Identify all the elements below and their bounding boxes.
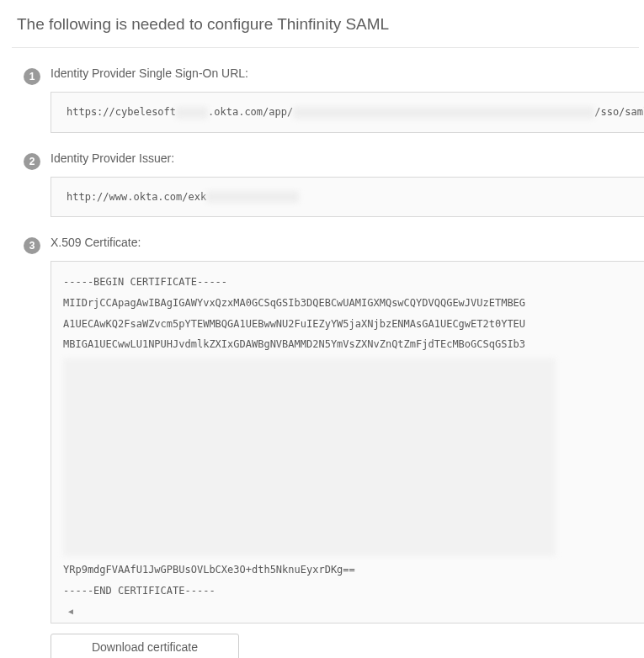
step-badge-1: 1 bbox=[24, 68, 40, 85]
issuer-label: Identity Provider Issuer: bbox=[51, 151, 644, 165]
certificate-line: YRp9mdgFVAAfU1JwGPBUsOVLbCXe3O+dth5NknuE… bbox=[63, 563, 632, 577]
redacted-block bbox=[206, 191, 299, 203]
step-badge-2: 2 bbox=[24, 153, 40, 170]
redacted-block bbox=[63, 358, 556, 556]
issuer-value[interactable]: http://www.okta.com/exk bbox=[51, 177, 644, 218]
sso-url-suffix: /sso/saml bbox=[594, 106, 644, 118]
certificate-end: -----END CERTIFICATE----- bbox=[63, 584, 632, 598]
certificate-begin: -----BEGIN CERTIFICATE----- bbox=[63, 275, 632, 289]
download-certificate-button[interactable]: Download certificate bbox=[51, 634, 239, 658]
certificate-line: MIIDrjCCApagAwIBAgIGAWYvxQzxMA0GCSqGSIb3… bbox=[63, 296, 632, 310]
sso-url-prefix: https://cybelesoft bbox=[67, 106, 176, 118]
certificate-value[interactable]: -----BEGIN CERTIFICATE----- MIIDrjCCApag… bbox=[51, 261, 644, 624]
sso-url-value[interactable]: https://cybelesoft.okta.com/app//sso/sam… bbox=[51, 92, 644, 133]
sso-url-label: Identity Provider Single Sign-On URL: bbox=[51, 66, 644, 80]
certificate-line: MBIGA1UECwwLU1NPUHJvdmlkZXIxGDAWBgNVBAMM… bbox=[63, 337, 632, 352]
redacted-block bbox=[176, 107, 208, 119]
issuer-prefix: http://www.okta.com/exk bbox=[67, 191, 206, 203]
page-title: The following is needed to configure Thi… bbox=[12, 7, 639, 48]
certificate-line: A1UECAwKQ2FsaWZvcm5pYTEWMBQGA1UEBwwNU2Fu… bbox=[63, 317, 632, 332]
step-badge-3: 3 bbox=[24, 237, 40, 254]
sso-url-mid: .okta.com/app/ bbox=[208, 106, 293, 118]
redacted-block bbox=[293, 107, 594, 119]
certificate-label: X.509 Certificate: bbox=[51, 236, 644, 249]
scroll-left-icon[interactable]: ◄ bbox=[63, 605, 632, 618]
